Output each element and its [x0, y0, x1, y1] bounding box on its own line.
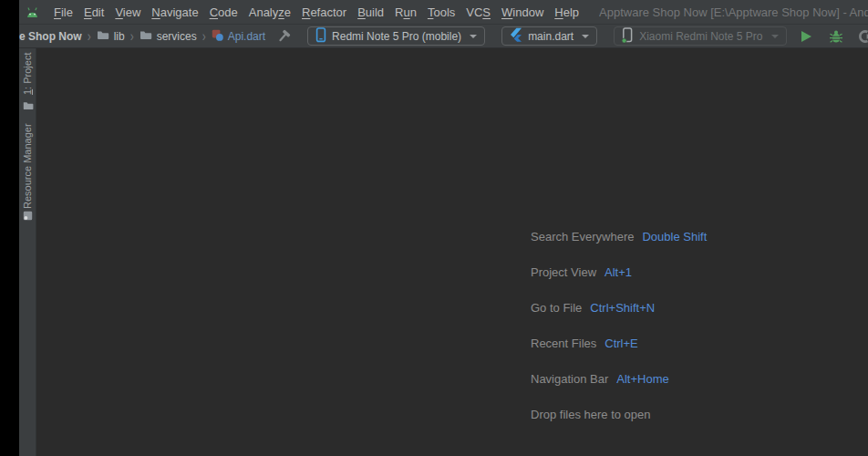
menu-item-window[interactable]: Window	[496, 5, 549, 19]
device-selector-dropdown[interactable]: Redmi Note 5 Pro (mobile)	[307, 26, 485, 46]
chevron-down-icon	[771, 35, 779, 38]
menu-item-edit[interactable]: Edit	[78, 5, 109, 19]
menu-item-file[interactable]: File	[48, 5, 78, 19]
sidebar-tab-project[interactable]: 1: Project	[22, 53, 34, 95]
resource-manager-icon	[23, 211, 33, 221]
run-config-dropdown[interactable]: main.dart	[501, 26, 597, 46]
navigation-toolbar: e Shop Now › lib › services ›	[0, 25, 868, 48]
breadcrumb-project[interactable]: e Shop Now	[19, 30, 82, 43]
sidebar-tab-resource-manager[interactable]: Resource Manager	[22, 123, 34, 209]
connected-phone-icon	[622, 27, 634, 46]
hint-recent-files: Recent FilesCtrl+E	[531, 326, 707, 361]
attach-debugger-icon	[857, 29, 868, 44]
run-button[interactable]	[799, 28, 815, 45]
android-studio-logo-icon	[25, 6, 40, 18]
menu-item-view[interactable]: View	[109, 5, 146, 19]
menu-item-run[interactable]: Run	[389, 5, 422, 19]
hint-navigation-bar: Navigation BarAlt+Home	[531, 361, 707, 397]
run-actions	[799, 28, 868, 45]
android-studio-window: File Edit View Navigate Code Analyze Ref…	[0, 0, 868, 456]
hint-project-view: Project ViewAlt+1	[531, 254, 707, 290]
target-device-dropdown[interactable]: Xiaomi Redmi Note 5 Pro	[614, 26, 786, 46]
breadcrumb-services[interactable]: services	[140, 30, 197, 43]
breadcrumb-file[interactable]: Api.dart	[212, 29, 265, 44]
menu-item-navigate[interactable]: Navigate	[146, 5, 203, 19]
menu-item-vcs[interactable]: VCS	[460, 5, 496, 19]
chevron-right-icon: ›	[88, 27, 91, 44]
window-title: Apptware Shop Now [E:\Apptware Shop Now]…	[599, 5, 868, 19]
play-icon	[801, 31, 811, 42]
keyboard-shortcut-hints: Search EverywhereDouble Shift Project Vi…	[531, 219, 707, 432]
dart-file-icon	[212, 29, 223, 44]
phone-icon	[315, 27, 326, 46]
hint-search-everywhere: Search EverywhereDouble Shift	[531, 219, 707, 254]
debug-button[interactable]	[828, 28, 844, 45]
menu-item-build[interactable]: Build	[352, 5, 389, 19]
attach-debugger-button[interactable]	[857, 28, 868, 45]
project-folder-icon	[23, 101, 34, 110]
chevron-right-icon: ›	[202, 27, 206, 44]
hint-go-to-file: Go to FileCtrl+Shift+N	[531, 290, 707, 326]
hint-drop-files: Drop files here to open	[531, 397, 707, 432]
menu-bar: File Edit View Navigate Code Analyze Ref…	[0, 0, 868, 25]
menu-item-code[interactable]: Code	[204, 5, 243, 19]
chevron-down-icon	[582, 35, 589, 38]
breadcrumb-lib[interactable]: lib	[97, 30, 125, 43]
chevron-down-icon	[470, 35, 477, 38]
flutter-icon	[510, 27, 522, 45]
editor-empty-area: Search EverywhereDouble Shift Project Vi…	[36, 48, 868, 456]
bug-icon	[829, 29, 843, 44]
menu-item-tools[interactable]: Tools	[422, 5, 460, 19]
window-left-cutoff	[0, 0, 19, 456]
chevron-right-icon: ›	[130, 27, 134, 44]
build-hammer-icon[interactable]	[276, 29, 291, 44]
menu-item-analyze[interactable]: Analyze	[243, 5, 296, 19]
folder-icon	[140, 30, 152, 43]
breadcrumb: e Shop Now › lib › services ›	[19, 29, 265, 44]
menu-item-help[interactable]: Help	[549, 5, 584, 19]
menu-item-refactor[interactable]: Refactor	[296, 5, 352, 19]
folder-icon	[97, 30, 109, 43]
